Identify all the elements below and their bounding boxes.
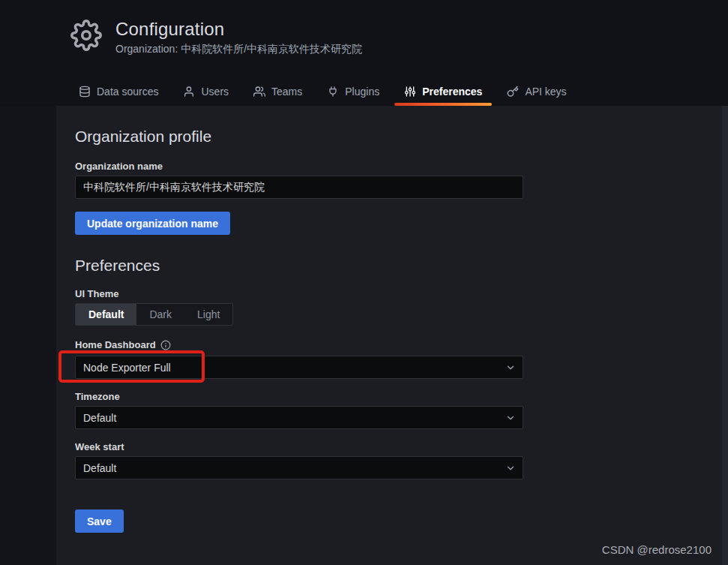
tab-preferences[interactable]: Preferences <box>394 77 492 106</box>
timezone-select[interactable]: Default <box>75 406 523 429</box>
chevron-down-icon <box>505 463 516 473</box>
database-icon <box>79 86 91 98</box>
home-dashboard-label-text: Home Dashboard <box>75 339 156 350</box>
plug-icon <box>327 86 339 98</box>
ui-theme-option-default[interactable]: Default <box>76 304 136 325</box>
tab-label: Preferences <box>422 86 482 98</box>
org-profile-heading: Organization profile <box>75 128 211 146</box>
ui-theme-label: UI Theme <box>75 288 119 299</box>
gear-icon <box>70 20 102 51</box>
update-organization-name-button[interactable]: Update organization name <box>75 212 230 235</box>
tab-label: Data sources <box>97 86 158 98</box>
ui-theme-radio-group: Default Dark Light <box>75 303 233 326</box>
page-header: Configuration Organization: 中科院软件所/中科南京软… <box>0 0 728 106</box>
page-title: Configuration <box>115 19 224 40</box>
user-icon <box>183 86 195 98</box>
tab-teams[interactable]: Teams <box>244 77 312 106</box>
tab-label: Plugins <box>345 86 379 98</box>
ui-theme-option-dark[interactable]: Dark <box>136 304 184 325</box>
organization-name-input[interactable] <box>75 176 523 199</box>
watermark: CSDN @redrose2100 <box>602 543 712 556</box>
organization-name-label: Organization name <box>75 161 163 172</box>
tab-users[interactable]: Users <box>173 77 238 106</box>
scrollbar[interactable] <box>722 106 728 565</box>
content-panel: Organization profile Organization name U… <box>56 106 722 565</box>
tab-label: API keys <box>525 86 566 98</box>
key-icon <box>507 86 519 98</box>
tab-bar: Data sources Users Teams Plugins Prefere… <box>69 77 577 106</box>
tab-plugins[interactable]: Plugins <box>317 77 389 106</box>
home-dashboard-value: Node Exporter Full <box>83 362 171 374</box>
tab-label: Teams <box>271 86 302 98</box>
tab-data-sources[interactable]: Data sources <box>69 77 168 106</box>
tab-label: Users <box>201 86 229 98</box>
chevron-down-icon <box>505 413 516 423</box>
home-dashboard-select[interactable]: Node Exporter Full <box>75 356 523 379</box>
save-button[interactable]: Save <box>75 509 124 533</box>
week-start-value: Default <box>83 462 116 474</box>
info-circle-icon[interactable] <box>160 340 171 350</box>
timezone-value: Default <box>83 412 116 424</box>
week-start-select[interactable]: Default <box>75 456 523 479</box>
week-start-label: Week start <box>75 441 124 452</box>
home-dashboard-label: Home Dashboard <box>75 339 171 350</box>
timezone-label: Timezone <box>75 391 120 402</box>
chevron-down-icon <box>505 362 516 373</box>
ui-theme-option-light[interactable]: Light <box>184 304 232 325</box>
tab-api-keys[interactable]: API keys <box>497 77 576 106</box>
page-subtitle: Organization: 中科院软件所/中科南京软件技术研究院 <box>115 43 362 56</box>
preferences-heading: Preferences <box>75 257 160 275</box>
users-icon <box>253 86 265 98</box>
sliders-icon <box>404 86 416 98</box>
